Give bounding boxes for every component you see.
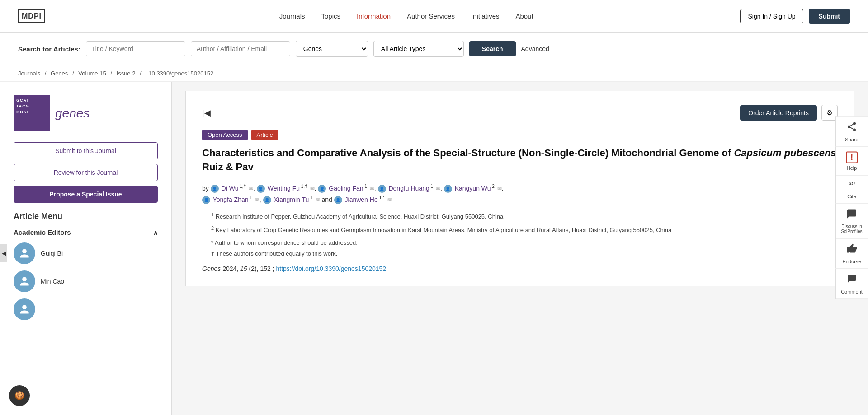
journal-logo: GCATTACGGCAT genes [14, 95, 158, 131]
affiliations: 1 Research Institute of Pepper, Guizhou … [211, 211, 838, 259]
note-corresponding: * Author to whom correspondence should b… [211, 238, 838, 248]
nav-about[interactable]: About [515, 12, 533, 20]
logo[interactable]: MDPI [18, 9, 45, 23]
svg-point-2 [853, 128, 856, 131]
propose-special-issue-button[interactable]: Propose a Special Issue [14, 186, 158, 203]
order-reprints-button[interactable]: Order Article Reprints [740, 105, 817, 121]
author-icon-4: 👤 [378, 185, 386, 193]
article-menu-title: Article Menu [14, 212, 158, 221]
doi-year: 2024, [222, 265, 240, 272]
submit-header-button[interactable]: Submit [809, 9, 850, 24]
editor-avatar-2 [14, 270, 35, 292]
nav-information[interactable]: Information [357, 12, 391, 20]
help-action[interactable]: ! Help [835, 146, 868, 175]
author-icon-2: 👤 [257, 185, 265, 193]
logo-box: MDPI [18, 9, 45, 23]
first-page-icon[interactable]: |◀ [202, 108, 211, 118]
cookie-notice[interactable]: 🍪 [9, 385, 30, 406]
author-jianwen-he[interactable]: Jianwen He [345, 196, 378, 203]
help-label: Help [847, 165, 857, 170]
main-container: ◀ GCATTACGGCAT genes Submit to this Jour… [0, 82, 868, 415]
author-icon-8: 👤 [334, 196, 342, 204]
doi-url[interactable]: https://doi.org/10.3390/genes15020152 [276, 265, 387, 272]
author-gaoling-fan[interactable]: Gaoling Fan [329, 184, 363, 191]
cite-icon: “” [849, 180, 855, 191]
academic-editors-section: Academic Editors ∧ [14, 228, 158, 236]
nav-topics[interactable]: Topics [321, 12, 340, 20]
author-icon-7: 👤 [263, 196, 271, 204]
breadcrumb-volume[interactable]: Volume 15 [78, 70, 106, 77]
search-label: Search for Articles: [18, 45, 80, 53]
advanced-search-button[interactable]: Advanced [521, 45, 549, 52]
article-content: |◀ Order Article Reprints ⚙ Open Access … [172, 82, 868, 415]
share-action[interactable]: Share [835, 116, 868, 146]
author-icon-1: 👤 [211, 185, 219, 193]
editor-avatar-1 [14, 242, 35, 264]
svg-line-3 [850, 127, 854, 129]
author-icon-5: 👤 [444, 185, 452, 193]
author-dongfu-huang[interactable]: Dongfu Huang [388, 184, 429, 191]
author-kangyun-wu[interactable]: Kangyun Wu [455, 184, 491, 191]
journal-logo-box: GCATTACGGCAT [14, 95, 50, 131]
share-icon [846, 121, 857, 135]
authors-prefix: by [202, 184, 211, 191]
author-icon-3: 👤 [318, 185, 326, 193]
topbar-right: Order Article Reprints ⚙ [740, 105, 838, 121]
academic-editors-toggle[interactable]: ∧ [153, 229, 158, 236]
search-author-input[interactable] [191, 41, 290, 56]
editor-name-1: Guiqi Bi [41, 250, 63, 257]
doi-vol: 15 [240, 265, 247, 272]
cite-action[interactable]: “” Cite [835, 175, 868, 203]
discuss-label: Discuss in SciProfiles [839, 224, 865, 233]
nav-author-services[interactable]: Author Services [407, 12, 455, 20]
header: MDPI Journals Topics Information Author … [0, 0, 868, 33]
academic-editors-label: Academic Editors [14, 228, 71, 236]
share-label: Share [845, 136, 858, 142]
editor-name-2: Min Cao [41, 278, 64, 285]
author-di-wu[interactable]: Di Wu [222, 184, 239, 191]
search-title-input[interactable] [86, 41, 185, 56]
search-journal-select[interactable]: Genes [296, 41, 368, 57]
doi-issue: 2 [251, 265, 255, 272]
breadcrumb-journals[interactable]: Journals [18, 70, 40, 77]
search-button[interactable]: Search [469, 41, 516, 56]
submit-journal-button[interactable]: Submit to this Journal [14, 142, 158, 159]
discuss-icon [846, 208, 857, 222]
nav-journals[interactable]: Journals [279, 12, 305, 20]
endorse-action[interactable]: Endorse [835, 238, 868, 268]
affiliation-2: 2 Key Laboratory of Crop Genetic Resourc… [211, 224, 838, 235]
journal-name: genes [55, 106, 90, 121]
doi-line: Genes 2024, 15 (2), 152 ; https://doi.or… [202, 265, 838, 272]
breadcrumb-genes[interactable]: Genes [51, 70, 68, 77]
article-type-badge: Article [251, 130, 278, 140]
affiliation-1: 1 Research Institute of Pepper, Guizhou … [211, 211, 838, 222]
comment-action[interactable]: Comment [835, 268, 868, 299]
comment-icon [846, 273, 857, 287]
author-xiangmin-tu[interactable]: Xiangmin Tu [274, 196, 309, 203]
main-nav: Journals Topics Information Author Servi… [72, 12, 740, 20]
comment-label: Comment [841, 289, 863, 294]
doi-page: 152 [260, 265, 270, 272]
search-bar: Search for Articles: Genes All Article T… [0, 33, 868, 65]
review-journal-button[interactable]: Review for this Journal [14, 164, 158, 181]
editor-item-3 [14, 298, 158, 320]
signin-button[interactable]: Sign In / Sign Up [740, 9, 803, 23]
doi-journal: Genes [202, 265, 221, 272]
editor-avatar-3 [14, 298, 35, 320]
nav-initiatives[interactable]: Initiatives [471, 12, 500, 20]
svg-line-4 [850, 124, 854, 126]
svg-point-1 [848, 125, 850, 128]
cookie-icon: 🍪 [14, 391, 24, 401]
search-article-type-select[interactable]: All Article Types [373, 41, 464, 57]
endorse-label: Endorse [843, 258, 861, 264]
article-card: |◀ Order Article Reprints ⚙ Open Access … [185, 91, 854, 286]
breadcrumb-issue[interactable]: Issue 2 [117, 70, 136, 77]
author-yongfa-zhan[interactable]: Yongfa Zhan [213, 196, 249, 203]
right-float-panel: Share ! Help “” Cite Discuss in SciProfi… [835, 116, 868, 299]
note-equal: † These authors contributed equally to t… [211, 249, 838, 259]
discuss-action[interactable]: Discuss in SciProfiles [835, 203, 868, 238]
sidebar-toggle-left[interactable]: ◀ [0, 244, 7, 262]
left-panel: GCATTACGGCAT genes Submit to this Journa… [0, 82, 172, 415]
breadcrumb-doi: 10.3390/genes15020152 [148, 70, 213, 77]
author-wenting-fu[interactable]: Wenting Fu [268, 184, 300, 191]
